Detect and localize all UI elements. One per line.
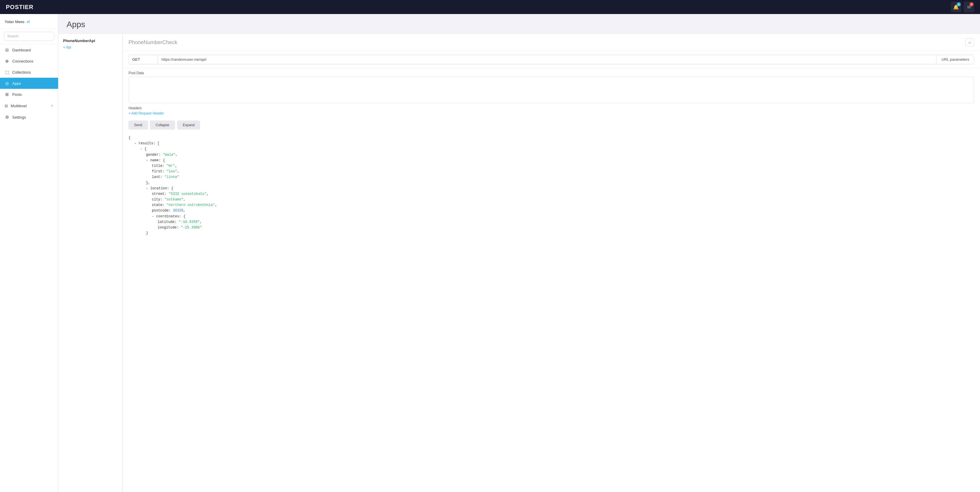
dashboard-icon: ⊟ bbox=[5, 48, 10, 52]
sidebar-item-collections[interactable]: ⬚ Collections bbox=[0, 67, 58, 78]
expand-multilevel-icon[interactable]: + bbox=[51, 103, 53, 108]
apps-icon: ◎ bbox=[5, 81, 10, 86]
sidebar-user: Yolan Mees ⇄ bbox=[0, 14, 58, 28]
sidebar-item-label: Apps bbox=[12, 81, 21, 86]
expand-button[interactable]: Expand bbox=[177, 121, 200, 129]
headers-label: Headers bbox=[129, 106, 974, 110]
url-input[interactable] bbox=[158, 55, 937, 64]
logo-post: POST bbox=[6, 4, 23, 10]
posts-icon: ⊞ bbox=[5, 92, 10, 97]
notifications-button[interactable]: 🔔 0 bbox=[951, 2, 961, 12]
sidebar-item-label: Posts bbox=[12, 92, 22, 97]
left-panel: PhoneNumberApi + Api bbox=[59, 34, 123, 492]
app-logo: POSTIER bbox=[6, 4, 33, 11]
logo-ier: IER bbox=[23, 4, 33, 10]
add-header-button[interactable]: + Add Request Header bbox=[129, 110, 974, 116]
url-bar: GET POST PUT DELETE URL parameters bbox=[123, 51, 980, 68]
api-name: PhoneNumberApi bbox=[63, 38, 118, 43]
page-title: Apps bbox=[67, 20, 972, 29]
collapse-button[interactable]: Collapse bbox=[150, 121, 175, 129]
sidebar-item-label: Connections bbox=[12, 59, 33, 64]
sidebar: Yolan Mees ⇄ ⊟ Dashboard ⊕ Connections ⬚… bbox=[0, 14, 59, 492]
sidebar-username: Yolan Mees bbox=[5, 19, 24, 24]
collections-icon: ⬚ bbox=[5, 70, 10, 75]
method-select[interactable]: GET POST PUT DELETE bbox=[129, 55, 158, 64]
sidebar-item-label: Multilevel bbox=[11, 104, 27, 108]
connections-icon: ⊕ bbox=[5, 59, 10, 64]
send-button[interactable]: Send bbox=[129, 121, 148, 129]
action-buttons: Send Collapse Expand bbox=[123, 118, 980, 132]
endpoint-settings-button[interactable]: ☺ bbox=[966, 38, 974, 47]
user-sync-icon: ⇄ bbox=[27, 19, 30, 24]
sidebar-item-label: Collections bbox=[12, 70, 31, 75]
settings-icon: ⚙ bbox=[5, 115, 10, 119]
topbar-actions: 🔔 0 ✉ 0 bbox=[951, 2, 974, 12]
sidebar-search-container bbox=[0, 28, 58, 45]
url-parameters-button[interactable]: URL parameters bbox=[937, 55, 974, 64]
post-data-textarea[interactable] bbox=[129, 77, 974, 103]
multilevel-left: ⊟ Multilevel bbox=[5, 104, 27, 108]
add-api-button[interactable]: + Api bbox=[63, 45, 118, 49]
app-body: Yolan Mees ⇄ ⊟ Dashboard ⊕ Connections ⬚… bbox=[0, 14, 980, 492]
post-data-label: Post Data bbox=[123, 68, 980, 77]
bell-badge: 0 bbox=[957, 2, 961, 6]
sidebar-item-label: Settings bbox=[12, 115, 26, 119]
sidebar-item-multilevel[interactable]: ⊟ Multilevel + bbox=[0, 100, 58, 111]
sidebar-item-settings[interactable]: ⚙ Settings bbox=[0, 111, 58, 123]
page-header: Apps bbox=[59, 14, 980, 34]
mail-badge: 0 bbox=[969, 2, 974, 6]
main-content: Apps PhoneNumberApi + Api PhoneNumberChe… bbox=[59, 14, 980, 492]
sidebar-item-label: Dashboard bbox=[12, 48, 31, 52]
headers-section: Headers + Add Request Header bbox=[123, 103, 980, 118]
content-area: PhoneNumberApi + Api PhoneNumberCheck ☺ … bbox=[59, 34, 980, 492]
sidebar-item-apps[interactable]: ◎ Apps bbox=[0, 78, 58, 89]
json-output: { - results: [ - { gender: "male", - nam… bbox=[123, 132, 980, 492]
sidebar-item-posts[interactable]: ⊞ Posts bbox=[0, 89, 58, 100]
mail-button[interactable]: ✉ 0 bbox=[964, 2, 974, 12]
search-input[interactable] bbox=[4, 32, 54, 41]
right-panel-header: PhoneNumberCheck ☺ bbox=[123, 34, 980, 51]
multilevel-icon: ⊟ bbox=[5, 104, 8, 108]
right-panel: PhoneNumberCheck ☺ GET POST PUT DELETE U… bbox=[123, 34, 980, 492]
endpoint-name: PhoneNumberCheck bbox=[129, 40, 177, 46]
topbar: POSTIER 🔔 0 ✉ 0 bbox=[0, 0, 980, 14]
sidebar-item-connections[interactable]: ⊕ Connections bbox=[0, 56, 58, 67]
sidebar-item-dashboard[interactable]: ⊟ Dashboard bbox=[0, 45, 58, 56]
